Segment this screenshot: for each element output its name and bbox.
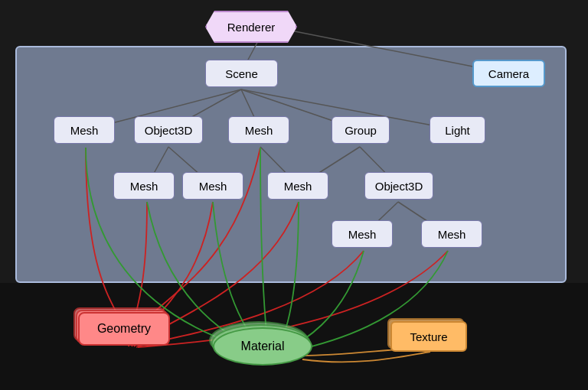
geometry-label: Geometry bbox=[97, 322, 151, 336]
light-label: Light bbox=[445, 124, 470, 137]
scene-label: Scene bbox=[225, 67, 258, 80]
camera-label: Camera bbox=[488, 67, 529, 80]
mesh5-label: Mesh bbox=[284, 180, 312, 193]
mesh1-label: Mesh bbox=[70, 124, 99, 137]
mesh2-label: Mesh bbox=[245, 124, 273, 137]
light-node: Light bbox=[430, 116, 485, 144]
texture-label: Texture bbox=[410, 330, 447, 343]
renderer-node: Renderer bbox=[205, 11, 297, 43]
mesh3-node: Mesh bbox=[113, 172, 175, 200]
mesh5-node: Mesh bbox=[267, 172, 328, 200]
scene-node: Scene bbox=[205, 60, 278, 87]
object3d2-node: Object3D bbox=[364, 172, 433, 200]
mesh6-node: Mesh bbox=[332, 220, 393, 248]
material-label: Material bbox=[241, 340, 285, 353]
geometry3-node: Geometry bbox=[78, 312, 170, 346]
mesh2-node: Mesh bbox=[228, 116, 289, 144]
camera-node: Camera bbox=[472, 60, 545, 87]
mesh4-label: Mesh bbox=[199, 180, 227, 193]
mesh4-node: Mesh bbox=[182, 172, 243, 200]
renderer-label: Renderer bbox=[227, 21, 276, 34]
mesh7-node: Mesh bbox=[421, 220, 482, 248]
object3d1-label: Object3D bbox=[145, 124, 193, 137]
group-node: Group bbox=[332, 116, 390, 144]
group-label: Group bbox=[345, 124, 377, 137]
mesh1-node: Mesh bbox=[54, 116, 115, 144]
texture2-node: Texture bbox=[390, 321, 467, 352]
material3-node: Material bbox=[213, 327, 312, 366]
mesh7-label: Mesh bbox=[438, 228, 466, 241]
mesh6-label: Mesh bbox=[348, 228, 377, 241]
mesh3-label: Mesh bbox=[130, 180, 158, 193]
object3d2-label: Object3D bbox=[375, 180, 423, 193]
object3d1-node: Object3D bbox=[134, 116, 203, 144]
